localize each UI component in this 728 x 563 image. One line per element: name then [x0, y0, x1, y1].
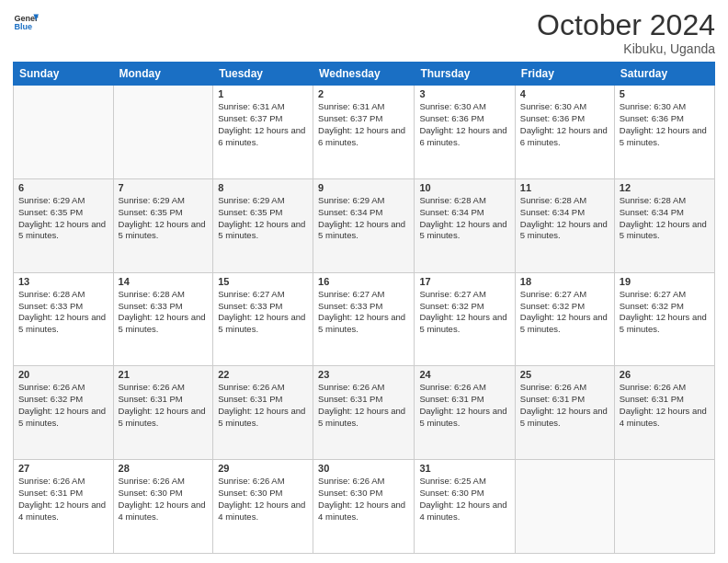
day-info: Sunrise: 6:29 AMSunset: 6:35 PMDaylight:… [18, 195, 108, 242]
svg-text:Blue: Blue [14, 22, 32, 31]
day-number: 31 [419, 463, 509, 474]
day-number: 13 [18, 276, 108, 287]
col-wednesday: Wednesday [313, 63, 415, 86]
day-number: 12 [620, 182, 710, 193]
calendar-cell: 14Sunrise: 6:28 AMSunset: 6:33 PMDayligh… [113, 272, 213, 366]
col-sunday: Sunday [14, 63, 114, 86]
calendar-cell: 26Sunrise: 6:26 AMSunset: 6:31 PMDayligh… [614, 366, 714, 460]
day-number: 18 [520, 276, 609, 287]
day-number: 27 [18, 463, 108, 474]
day-number: 25 [520, 369, 609, 380]
col-friday: Friday [515, 63, 614, 86]
calendar-table: Sunday Monday Tuesday Wednesday Thursday… [13, 62, 715, 554]
day-info: Sunrise: 6:27 AMSunset: 6:32 PMDaylight:… [520, 289, 609, 336]
day-info: Sunrise: 6:26 AMSunset: 6:31 PMDaylight:… [318, 382, 409, 429]
day-info: Sunrise: 6:30 AMSunset: 6:36 PMDaylight:… [419, 101, 509, 148]
day-number: 14 [119, 276, 209, 287]
day-info: Sunrise: 6:29 AMSunset: 6:35 PMDaylight:… [218, 195, 308, 242]
logo-icon: General Blue [13, 9, 39, 35]
day-number: 16 [318, 276, 409, 287]
day-number: 11 [520, 182, 609, 193]
calendar-cell: 19Sunrise: 6:27 AMSunset: 6:32 PMDayligh… [614, 272, 714, 366]
day-info: Sunrise: 6:27 AMSunset: 6:32 PMDaylight:… [620, 289, 710, 336]
day-info: Sunrise: 6:26 AMSunset: 6:32 PMDaylight:… [18, 382, 108, 429]
day-info: Sunrise: 6:28 AMSunset: 6:33 PMDaylight:… [18, 289, 108, 336]
calendar-cell: 25Sunrise: 6:26 AMSunset: 6:31 PMDayligh… [515, 366, 614, 460]
week-row-5: 27Sunrise: 6:26 AMSunset: 6:31 PMDayligh… [14, 460, 715, 554]
day-number: 17 [419, 276, 509, 287]
calendar-cell: 16Sunrise: 6:27 AMSunset: 6:33 PMDayligh… [313, 272, 415, 366]
calendar-cell: 2Sunrise: 6:31 AMSunset: 6:37 PMDaylight… [313, 86, 415, 179]
day-number: 3 [419, 88, 509, 99]
day-number: 30 [318, 463, 409, 474]
col-tuesday: Tuesday [213, 63, 313, 86]
day-info: Sunrise: 6:26 AMSunset: 6:30 PMDaylight:… [318, 476, 409, 523]
day-info: Sunrise: 6:29 AMSunset: 6:35 PMDaylight:… [119, 195, 209, 242]
day-number: 9 [318, 182, 409, 193]
day-info: Sunrise: 6:26 AMSunset: 6:31 PMDaylight:… [218, 382, 308, 429]
day-number: 5 [620, 88, 710, 99]
day-info: Sunrise: 6:29 AMSunset: 6:34 PMDaylight:… [318, 195, 409, 242]
calendar-cell: 9Sunrise: 6:29 AMSunset: 6:34 PMDaylight… [313, 178, 415, 272]
day-info: Sunrise: 6:30 AMSunset: 6:36 PMDaylight:… [520, 101, 609, 148]
logo: General Blue [13, 9, 39, 35]
day-info: Sunrise: 6:26 AMSunset: 6:31 PMDaylight:… [419, 382, 509, 429]
col-thursday: Thursday [415, 63, 515, 86]
day-info: Sunrise: 6:26 AMSunset: 6:31 PMDaylight:… [119, 382, 209, 429]
calendar-cell [14, 86, 114, 179]
day-number: 26 [620, 369, 710, 380]
header: General Blue October 2024 Kibuku, Uganda [13, 9, 715, 56]
day-number: 4 [520, 88, 609, 99]
day-number: 10 [419, 182, 509, 193]
day-number: 21 [119, 369, 209, 380]
day-info: Sunrise: 6:26 AMSunset: 6:31 PMDaylight:… [18, 476, 108, 523]
calendar-cell: 23Sunrise: 6:26 AMSunset: 6:31 PMDayligh… [313, 366, 415, 460]
day-info: Sunrise: 6:26 AMSunset: 6:31 PMDaylight:… [620, 382, 710, 429]
calendar-cell: 29Sunrise: 6:26 AMSunset: 6:30 PMDayligh… [213, 460, 313, 554]
day-info: Sunrise: 6:30 AMSunset: 6:36 PMDaylight:… [620, 101, 710, 148]
day-number: 15 [218, 276, 308, 287]
day-number: 7 [119, 182, 209, 193]
calendar-cell: 21Sunrise: 6:26 AMSunset: 6:31 PMDayligh… [113, 366, 213, 460]
day-number: 20 [18, 369, 108, 380]
calendar-cell: 24Sunrise: 6:26 AMSunset: 6:31 PMDayligh… [415, 366, 515, 460]
calendar-cell: 10Sunrise: 6:28 AMSunset: 6:34 PMDayligh… [415, 178, 515, 272]
day-number: 29 [218, 463, 308, 474]
col-saturday: Saturday [614, 63, 714, 86]
day-info: Sunrise: 6:26 AMSunset: 6:30 PMDaylight:… [218, 476, 308, 523]
day-info: Sunrise: 6:28 AMSunset: 6:33 PMDaylight:… [119, 289, 209, 336]
calendar-cell: 4Sunrise: 6:30 AMSunset: 6:36 PMDaylight… [515, 86, 614, 179]
calendar-cell: 13Sunrise: 6:28 AMSunset: 6:33 PMDayligh… [14, 272, 114, 366]
day-number: 2 [318, 88, 409, 99]
day-number: 1 [218, 88, 308, 99]
location: Kibuku, Uganda [537, 41, 715, 56]
day-info: Sunrise: 6:25 AMSunset: 6:30 PMDaylight:… [419, 476, 509, 523]
calendar-cell: 11Sunrise: 6:28 AMSunset: 6:34 PMDayligh… [515, 178, 614, 272]
calendar-cell: 8Sunrise: 6:29 AMSunset: 6:35 PMDaylight… [213, 178, 313, 272]
day-info: Sunrise: 6:28 AMSunset: 6:34 PMDaylight:… [520, 195, 609, 242]
calendar-cell: 12Sunrise: 6:28 AMSunset: 6:34 PMDayligh… [614, 178, 714, 272]
day-info: Sunrise: 6:26 AMSunset: 6:31 PMDaylight:… [520, 382, 609, 429]
day-number: 23 [318, 369, 409, 380]
day-info: Sunrise: 6:26 AMSunset: 6:30 PMDaylight:… [119, 476, 209, 523]
day-info: Sunrise: 6:28 AMSunset: 6:34 PMDaylight:… [419, 195, 509, 242]
week-row-1: 1Sunrise: 6:31 AMSunset: 6:37 PMDaylight… [14, 86, 715, 179]
title-block: October 2024 Kibuku, Uganda [537, 9, 715, 56]
calendar-cell: 30Sunrise: 6:26 AMSunset: 6:30 PMDayligh… [313, 460, 415, 554]
calendar-cell: 31Sunrise: 6:25 AMSunset: 6:30 PMDayligh… [415, 460, 515, 554]
day-number: 22 [218, 369, 308, 380]
header-row: Sunday Monday Tuesday Wednesday Thursday… [14, 63, 715, 86]
page: General Blue October 2024 Kibuku, Uganda… [0, 0, 728, 563]
calendar-cell: 20Sunrise: 6:26 AMSunset: 6:32 PMDayligh… [14, 366, 114, 460]
calendar-cell: 27Sunrise: 6:26 AMSunset: 6:31 PMDayligh… [14, 460, 114, 554]
day-info: Sunrise: 6:31 AMSunset: 6:37 PMDaylight:… [318, 101, 409, 148]
calendar-cell: 1Sunrise: 6:31 AMSunset: 6:37 PMDaylight… [213, 86, 313, 179]
calendar-cell: 15Sunrise: 6:27 AMSunset: 6:33 PMDayligh… [213, 272, 313, 366]
week-row-3: 13Sunrise: 6:28 AMSunset: 6:33 PMDayligh… [14, 272, 715, 366]
calendar-cell: 5Sunrise: 6:30 AMSunset: 6:36 PMDaylight… [614, 86, 714, 179]
col-monday: Monday [113, 63, 213, 86]
calendar-cell: 18Sunrise: 6:27 AMSunset: 6:32 PMDayligh… [515, 272, 614, 366]
day-number: 24 [419, 369, 509, 380]
day-info: Sunrise: 6:28 AMSunset: 6:34 PMDaylight:… [620, 195, 710, 242]
calendar-cell: 17Sunrise: 6:27 AMSunset: 6:32 PMDayligh… [415, 272, 515, 366]
